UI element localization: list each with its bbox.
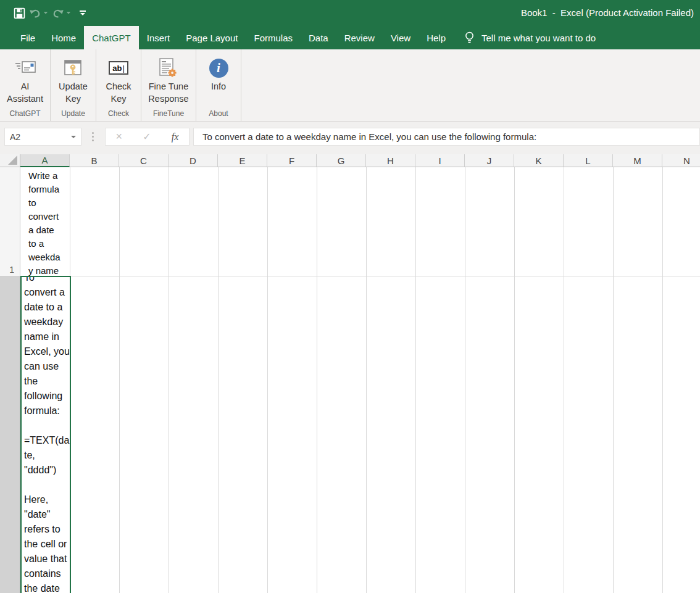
check-key-icon-text: ab [112, 64, 122, 73]
fine-tune-icon [159, 56, 178, 80]
column-header-i[interactable]: I [415, 154, 465, 167]
select-all-button[interactable] [0, 154, 20, 167]
redo-dropdown-icon[interactable] [67, 12, 70, 14]
redo-button[interactable] [52, 6, 71, 20]
group-label-update: Update [51, 109, 96, 118]
gridline [564, 167, 564, 593]
fine-tune-label-line2: Response [148, 93, 188, 105]
column-header-f[interactable]: F [267, 154, 317, 167]
column-header-g[interactable]: G [317, 154, 366, 167]
tab-insert[interactable]: Insert [139, 26, 178, 49]
column-header-k[interactable]: K [514, 154, 564, 167]
tab-file[interactable]: File [12, 26, 43, 49]
tab-data[interactable]: Data [301, 26, 336, 49]
customize-quick-access-icon[interactable] [80, 10, 86, 15]
tab-formulas[interactable]: Formulas [246, 26, 301, 49]
ai-assistant-label-line1: AI [21, 80, 30, 93]
gridline [613, 167, 614, 593]
ribbon: AI Assistant ChatGPT U [0, 49, 700, 122]
gridline [20, 276, 700, 276]
gridline [662, 167, 663, 593]
group-label-finetune: FineTune [141, 109, 196, 118]
column-header-h[interactable]: H [366, 154, 415, 167]
quick-access-toolbar [14, 6, 86, 20]
column-header-j[interactable]: J [465, 154, 514, 167]
formula-bar-buttons: × ✓ fx [105, 128, 190, 146]
group-label-about: About [196, 109, 241, 118]
column-header-m[interactable]: M [613, 154, 662, 167]
name-box[interactable]: A2 [4, 128, 81, 146]
cell-a2[interactable]: To convert a date to a weekday name in E… [22, 277, 70, 593]
confirm-icon[interactable]: ✓ [143, 131, 151, 143]
undo-button[interactable] [29, 6, 48, 20]
save-icon[interactable] [14, 6, 25, 20]
ribbon-tab-bar: File Home ChatGPT Insert Page Layout For… [0, 26, 700, 49]
gridline [366, 167, 367, 593]
tell-me-search[interactable]: Tell me what you want to do [465, 26, 596, 49]
ai-assistant-icon [15, 56, 36, 80]
name-box-dropdown-icon[interactable] [71, 136, 76, 138]
tab-page-layout[interactable]: Page Layout [178, 26, 246, 49]
ribbon-group-update: Update Key Update [51, 49, 96, 121]
info-label-line1: Info [211, 80, 226, 93]
gridline [317, 167, 317, 593]
excel-window: Book1 - Excel (Product Activation Failed… [0, 0, 700, 593]
update-key-label-line1: Update [59, 80, 88, 93]
gridline [218, 167, 219, 593]
row-header-1[interactable]: 1 [0, 167, 20, 276]
column-header-b[interactable]: B [70, 154, 119, 167]
update-key-label-line2: Key [65, 93, 81, 105]
tab-view[interactable]: View [383, 26, 419, 49]
ribbon-group-check: ab| Check Key Check [96, 49, 141, 121]
tab-chatgpt[interactable]: ChatGPT [84, 26, 139, 49]
undo-dropdown-icon[interactable] [44, 12, 48, 14]
gridline [267, 167, 268, 593]
formula-bar-row: A2 × ✓ fx To convert a date to a weekday… [0, 122, 700, 154]
ai-assistant-label-line2: Assistant [7, 93, 43, 105]
column-header-c[interactable]: C [119, 154, 169, 167]
fine-tune-label-line1: Fine Tune [149, 80, 189, 93]
group-label-check: Check [96, 109, 141, 118]
lightbulb-icon [465, 31, 474, 44]
formula-input[interactable]: To convert a date to a weekday name in E… [193, 128, 700, 146]
column-header-n[interactable]: N [662, 154, 700, 167]
name-box-value: A2 [10, 132, 20, 142]
column-header-d[interactable]: D [169, 154, 218, 167]
cancel-icon[interactable]: × [116, 130, 123, 143]
column-header-a[interactable]: A [20, 154, 70, 167]
check-key-icon: ab| [109, 56, 128, 80]
column-header-e[interactable]: E [218, 154, 267, 167]
check-key-label-line2: Key [110, 93, 126, 105]
info-icon: i [209, 56, 228, 80]
cell-a1[interactable]: Write a formula to convert a date to a w… [20, 167, 70, 276]
select-all-triangle-icon [8, 156, 17, 165]
sheet-grid[interactable]: 1 Write a formula to convert a date to a… [0, 167, 700, 593]
update-key-icon [63, 56, 83, 80]
insert-function-icon[interactable]: fx [172, 131, 179, 143]
gridline [169, 167, 169, 593]
column-header-l[interactable]: L [564, 154, 613, 167]
gridline [514, 167, 515, 593]
tab-help[interactable]: Help [419, 26, 454, 49]
tell-me-label: Tell me what you want to do [481, 33, 596, 43]
gridline [70, 167, 70, 593]
ribbon-group-finetune: Fine Tune Response FineTune [141, 49, 196, 121]
ribbon-group-chatgpt: AI Assistant ChatGPT [0, 49, 51, 121]
row-header-2[interactable] [0, 276, 20, 593]
formula-bar-separator [92, 132, 94, 141]
check-key-label-line1: Check [106, 80, 131, 93]
gridline [465, 167, 465, 593]
ribbon-group-about: i Info About [196, 49, 241, 121]
group-label-chatgpt: ChatGPT [0, 109, 50, 118]
gridline [119, 167, 120, 593]
title-bar: Book1 - Excel (Product Activation Failed… [0, 0, 700, 26]
tab-home[interactable]: Home [43, 26, 84, 49]
tab-review[interactable]: Review [336, 26, 383, 49]
info-icon-text: i [209, 59, 228, 78]
gridline [415, 167, 416, 593]
cell-a2-text: To convert a date to a weekday name in E… [22, 277, 70, 593]
window-title: Book1 - Excel (Product Activation Failed… [521, 7, 694, 18]
